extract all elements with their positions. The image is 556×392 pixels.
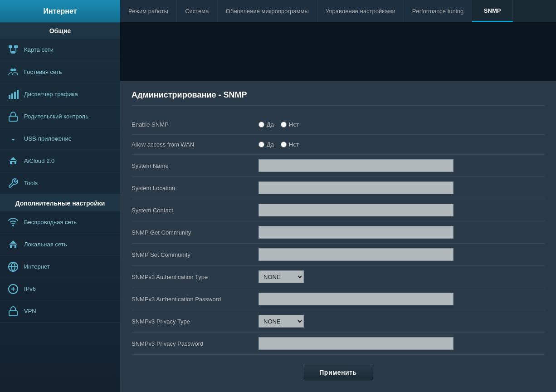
label-system-contact: System Contact — [132, 207, 258, 214]
tab-snmp[interactable]: SNMP — [472, 0, 513, 22]
usb-app-icon — [7, 132, 20, 145]
radio-enable-snmp-yes[interactable]: Да — [258, 121, 274, 128]
sidebar-item-lan[interactable]: Локальная сеть — [0, 234, 120, 256]
form-panel: Администрирование - SNMP Enable SNMP Да … — [120, 81, 556, 392]
field-snmpv3-privacy-type: SNMPv3 Privacy Type NONE DES AES — [132, 310, 545, 333]
sidebar-item-aicloud[interactable]: AiCloud 2.0 — [0, 150, 120, 172]
svg-point-7 — [10, 69, 13, 71]
field-snmp-get-community: SNMP Get Community — [132, 221, 545, 244]
vpn-icon — [7, 305, 20, 318]
aicloud-icon — [7, 155, 20, 167]
label-system-location: System Location — [132, 185, 258, 191]
input-system-contact[interactable] — [258, 204, 454, 216]
control-snmpv3-auth-type: NONE MD5 SHA — [258, 270, 545, 283]
sidebar-item-parental-control[interactable]: Родительский контроль — [0, 106, 120, 128]
sidebar-item-internet[interactable]: Интернет — [0, 256, 120, 278]
label-enable-snmp: Enable SNMP — [132, 121, 258, 128]
label-snmpv3-privacy-password: SNMPv3 Privacy Password — [132, 340, 258, 347]
content-area: Администрирование - SNMP Enable SNMP Да … — [120, 22, 556, 392]
ipv6-icon — [7, 283, 20, 295]
radio-allow-wan-no[interactable]: Нет — [281, 141, 299, 148]
input-snmpv3-auth-password[interactable] — [258, 293, 454, 305]
wireless-icon — [7, 216, 20, 229]
field-system-contact: System Contact — [132, 199, 545, 221]
label-snmpv3-auth-password: SNMPv3 Authentication Password — [132, 296, 258, 303]
sidebar-item-vpn[interactable]: VPN — [0, 300, 120, 323]
input-snmpv3-privacy-password[interactable] — [258, 337, 454, 350]
field-snmpv3-auth-type: SNMPv3 Authentication Type NONE MD5 SHA — [132, 266, 545, 288]
control-snmp-get-community — [258, 226, 545, 239]
sidebar-item-ipv6[interactable]: IPv6 — [0, 278, 120, 300]
svg-rect-10 — [11, 93, 13, 99]
svg-rect-0 — [9, 45, 12, 48]
internet-header-tab[interactable]: Интернет — [0, 0, 120, 22]
radio-allow-wan-yes[interactable]: Да — [258, 141, 274, 148]
svg-rect-12 — [17, 90, 19, 99]
tab-mode[interactable]: Режим работы — [120, 0, 177, 22]
content-banner — [120, 22, 556, 81]
control-snmp-set-community — [258, 248, 545, 261]
select-snmpv3-auth-type[interactable]: NONE MD5 SHA — [258, 270, 304, 283]
select-snmpv3-privacy-type[interactable]: NONE DES AES — [258, 315, 304, 328]
input-system-name[interactable] — [258, 159, 454, 172]
field-system-name: System Name — [132, 155, 545, 177]
field-enable-snmp: Enable SNMP Да Нет — [132, 115, 545, 135]
label-allow-wan: Allow access from WAN — [132, 141, 258, 148]
sidebar-section-advanced: Дополнительные настройки — [0, 195, 120, 211]
control-system-name — [258, 159, 545, 172]
svg-rect-9 — [9, 95, 10, 99]
svg-rect-1 — [14, 45, 18, 48]
sidebar-item-guest-network[interactable]: Гостевая сеть — [0, 61, 120, 83]
apply-button[interactable]: Применить — [303, 364, 373, 381]
svg-point-8 — [13, 69, 16, 71]
tools-icon — [7, 177, 20, 190]
apply-btn-row: Применить — [132, 355, 545, 386]
field-snmpv3-privacy-password: SNMPv3 Privacy Password — [132, 333, 545, 355]
tab-system[interactable]: Система — [177, 0, 218, 22]
svg-rect-18 — [9, 311, 17, 316]
label-snmp-set-community: SNMP Set Community — [132, 251, 258, 258]
sidebar-item-wireless[interactable]: Беспроводная сеть — [0, 211, 120, 234]
input-snmp-get-community[interactable] — [258, 226, 454, 239]
sidebar-section-general: Общие — [0, 22, 120, 39]
radio-enable-snmp-no[interactable]: Нет — [281, 121, 299, 128]
field-snmp-set-community: SNMP Set Community — [132, 244, 545, 266]
input-snmp-set-community[interactable] — [258, 248, 454, 261]
lan-icon — [7, 238, 20, 251]
label-system-name: System Name — [132, 162, 258, 169]
tab-performance[interactable]: Performance tuning — [404, 0, 472, 22]
guest-network-icon — [7, 66, 20, 78]
control-system-contact — [258, 204, 545, 216]
field-allow-wan: Allow access from WAN Да Нет — [132, 135, 545, 155]
traffic-manager-icon — [7, 88, 20, 101]
field-snmpv3-auth-password: SNMPv3 Authentication Password — [132, 288, 545, 310]
control-system-location — [258, 181, 545, 194]
control-allow-wan: Да Нет — [258, 141, 545, 148]
sidebar-item-tools[interactable]: Tools — [0, 172, 120, 195]
page-title: Администрирование - SNMP — [132, 90, 545, 106]
sidebar-item-traffic-manager[interactable]: Диспетчер трафика — [0, 83, 120, 106]
svg-rect-13 — [9, 116, 17, 121]
control-enable-snmp: Да Нет — [258, 121, 545, 128]
control-snmpv3-auth-password — [258, 293, 545, 305]
internet-label: Интернет — [44, 7, 77, 15]
parental-control-icon — [7, 110, 20, 123]
field-system-location: System Location — [132, 177, 545, 199]
network-map-icon — [7, 44, 20, 56]
label-snmpv3-auth-type: SNMPv3 Authentication Type — [132, 274, 258, 280]
sidebar-item-usb-app[interactable]: USB-приложение — [0, 128, 120, 150]
control-snmpv3-privacy-password — [258, 337, 545, 350]
control-snmpv3-privacy-type: NONE DES AES — [258, 315, 545, 328]
label-snmpv3-privacy-type: SNMPv3 Privacy Type — [132, 318, 258, 325]
input-system-location[interactable] — [258, 181, 454, 194]
svg-rect-11 — [14, 92, 16, 99]
tab-management[interactable]: Управление настройками — [317, 0, 404, 22]
internet-icon — [7, 260, 20, 273]
tab-firmware[interactable]: Обновление микропрограммы — [218, 0, 317, 22]
label-snmp-get-community: SNMP Get Community — [132, 229, 258, 236]
svg-point-14 — [13, 225, 14, 226]
sidebar-item-network-map[interactable]: Карта сети — [0, 39, 120, 61]
sidebar: Общие Карта сети Гостевая сеть Диспетчер… — [0, 22, 120, 392]
